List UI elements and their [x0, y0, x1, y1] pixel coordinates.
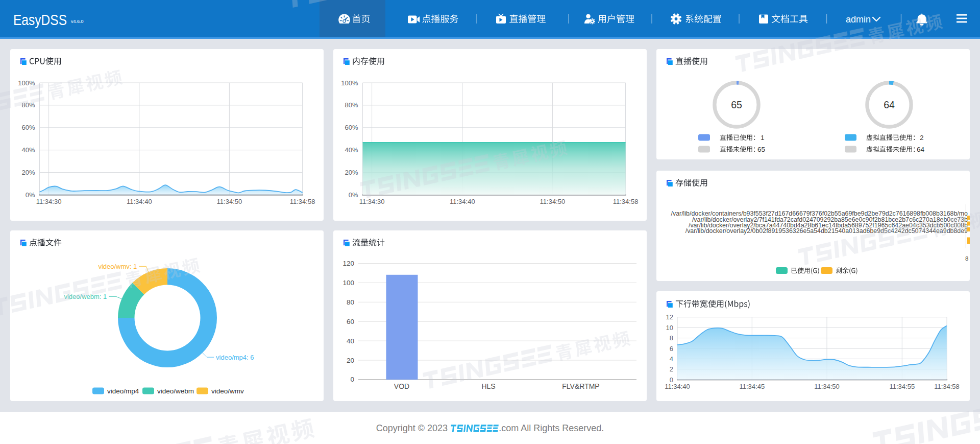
svg-text:65: 65	[757, 146, 765, 153]
svg-text:20: 20	[347, 357, 354, 364]
svg-text:11:34:45: 11:34:45	[739, 383, 765, 390]
svg-text:admin: admin	[846, 14, 871, 25]
svg-text:video/mp4: 6: video/mp4: 6	[216, 354, 254, 361]
svg-text:12: 12	[666, 313, 673, 321]
svg-text:FLV&RTMP: FLV&RTMP	[562, 382, 599, 390]
svg-text:40%: 40%	[345, 146, 358, 154]
svg-text:100: 100	[342, 279, 354, 287]
svg-text:2: 2	[920, 134, 924, 142]
svg-text:0%: 0%	[349, 191, 358, 199]
svg-text:/var/lib/docker/overlay2/0b02f: /var/lib/docker/overlay2/0b02f8919536326…	[685, 227, 968, 235]
svg-text:11:34:58: 11:34:58	[613, 198, 639, 205]
svg-text:2: 2	[670, 365, 673, 373]
svg-text:11:34:50: 11:34:50	[217, 198, 242, 205]
svg-text:64: 64	[917, 146, 925, 153]
svg-text:11:34:50: 11:34:50	[814, 383, 840, 390]
svg-text:60%: 60%	[345, 124, 358, 131]
svg-text:video/wmv: 1: video/wmv: 1	[98, 263, 137, 270]
svg-text:8: 8	[965, 255, 968, 262]
svg-text:8: 8	[670, 334, 673, 342]
svg-text:v4.6.0: v4.6.0	[71, 19, 84, 24]
svg-text:11:34:40: 11:34:40	[665, 383, 690, 390]
svg-text:80%: 80%	[21, 101, 35, 109]
svg-text:65: 65	[731, 99, 742, 110]
svg-text:video/mp4: video/mp4	[107, 387, 139, 395]
svg-text:64: 64	[884, 99, 895, 110]
svg-text:0%: 0%	[26, 191, 35, 199]
svg-text:6: 6	[670, 345, 673, 353]
svg-text:100%: 100%	[341, 79, 358, 87]
svg-text:11:34:58: 11:34:58	[934, 383, 960, 390]
svg-text:video/webm: video/webm	[157, 387, 194, 395]
svg-text:40%: 40%	[21, 146, 35, 154]
svg-text:20%: 20%	[21, 169, 35, 176]
svg-text:11:34:30: 11:34:30	[36, 198, 62, 205]
svg-text:120: 120	[342, 260, 354, 267]
svg-text:100%: 100%	[18, 79, 35, 87]
svg-text:11:34:30: 11:34:30	[359, 198, 385, 205]
svg-text:4: 4	[670, 355, 673, 363]
svg-text:11:34:50: 11:34:50	[540, 198, 566, 205]
svg-text:60%: 60%	[21, 124, 35, 131]
svg-text:HLS: HLS	[481, 382, 495, 390]
svg-text:40: 40	[347, 337, 354, 345]
svg-text:11:34:58: 11:34:58	[290, 198, 315, 205]
svg-text:20%: 20%	[345, 169, 358, 176]
svg-text:1: 1	[761, 134, 765, 142]
svg-text:video/wmv: video/wmv	[211, 387, 244, 395]
svg-text:EasyDSS: EasyDSS	[13, 12, 67, 28]
svg-text:11:34:55: 11:34:55	[889, 383, 915, 390]
svg-text:80: 80	[347, 298, 354, 306]
svg-text:11:34:40: 11:34:40	[450, 198, 475, 205]
svg-text:60: 60	[347, 318, 354, 325]
svg-text:10: 10	[666, 324, 673, 332]
svg-text:0: 0	[350, 376, 354, 383]
svg-text:VOD: VOD	[394, 382, 409, 390]
svg-text:11:34:40: 11:34:40	[127, 198, 152, 205]
svg-text:80%: 80%	[345, 101, 358, 109]
svg-text:video/webm: 1: video/webm: 1	[64, 293, 107, 300]
